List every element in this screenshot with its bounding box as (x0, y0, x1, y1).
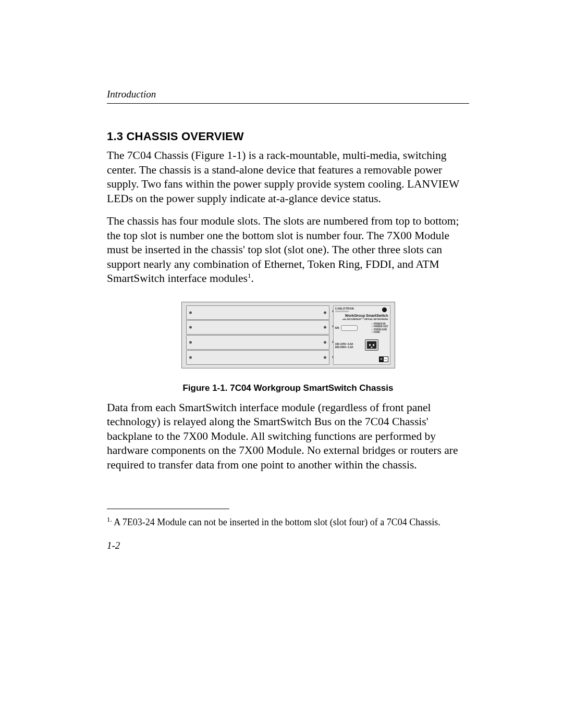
footnote-marker: 1. (107, 515, 112, 523)
paragraph-2a: The chassis has four module slots. The s… (107, 215, 459, 285)
slot-2 (186, 320, 329, 335)
slot-3 (186, 335, 329, 350)
slot-1 (186, 305, 329, 320)
power-supply-panel: CABLETRON WorkGroup SmartSwitch with SEC… (333, 305, 390, 365)
switch-off: — (384, 357, 388, 362)
psu-brand: CABLETRON (335, 307, 354, 310)
power-switch-icon: O — (379, 356, 388, 362)
paragraph-1: The 7C04 Chassis (Figure 1-1) is a rack-… (107, 149, 469, 206)
psu-led-list: POWER IN POWER OUT OVERLOAD FANS (371, 323, 388, 334)
psu-title: WorkGroup SmartSwitch (334, 314, 390, 317)
running-head: Introduction (107, 89, 469, 100)
led-fans: FANS (371, 331, 388, 334)
psu-subtitle: with SECUREFAST™ VIRTUAL NETWORKING (334, 318, 390, 320)
footnote: 1. A 7E03-24 Module can not be inserted … (107, 516, 469, 528)
chassis-slots (186, 305, 329, 365)
switch-on: O (380, 357, 384, 362)
psu-sn-label: SN (335, 326, 339, 329)
section-heading: 1.3 CHASSIS OVERVIEW (107, 130, 469, 143)
psu-volts-2: 200-250V~1.6A (335, 346, 353, 349)
slot-4 (186, 350, 329, 365)
power-plug-icon (365, 339, 378, 351)
footnote-text: A 7E03-24 Module can not be inserted in … (112, 517, 440, 527)
psu-volts-1: 100-125V~3.0A (335, 342, 353, 346)
psu-brand-underline (335, 311, 349, 312)
document-page: Introduction 1.3 CHASSIS OVERVIEW The 7C… (0, 0, 563, 728)
psu-knob-icon (382, 307, 387, 312)
chassis-diagram: ▸1 ▸2 ▸3 ▸4 CABLETRON WorkGroup SmartSwi… (181, 302, 395, 368)
footnote-rule (107, 509, 229, 509)
footnote-ref: 1 (248, 272, 251, 279)
figure-caption: Figure 1-1. 7C04 Workgroup SmartSwitch C… (107, 383, 469, 393)
psu-sn-box (341, 325, 358, 331)
page-number: 1-2 (107, 540, 469, 551)
psu-voltage: 100-125V~3.0A 200-250V~1.6A (335, 342, 353, 349)
led-power-out: POWER OUT (371, 325, 388, 328)
paragraph-3: Data from each SmartSwitch interface mod… (107, 401, 469, 473)
paragraph-2b: . (251, 272, 254, 285)
figure-chassis: ▸1 ▸2 ▸3 ▸4 CABLETRON WorkGroup SmartSwi… (181, 302, 395, 368)
paragraph-2: The chassis has four module slots. The s… (107, 214, 469, 286)
header-rule (107, 103, 469, 104)
